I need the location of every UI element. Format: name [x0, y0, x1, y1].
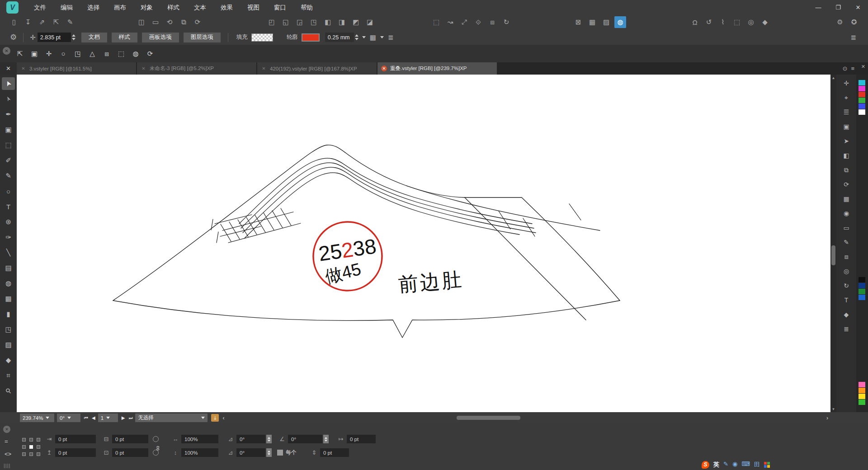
ellipse-tool[interactable]: ○ — [2, 185, 15, 197]
menu-item[interactable]: 选择 — [80, 0, 107, 15]
bounding-box-icon[interactable]: ⬚ — [115, 48, 127, 60]
rotate-right-icon[interactable]: ⟳ — [192, 16, 203, 28]
resize-grip[interactable]: |||| — [4, 463, 10, 468]
anchor-move-icon[interactable]: ✛ — [30, 33, 36, 42]
each-checkbox[interactable] — [277, 450, 283, 456]
zoom-tool[interactable]: ⚲ — [2, 385, 15, 397]
pointer-settings-icon[interactable]: ⚙ — [834, 16, 846, 28]
offset-y-field[interactable]: 0 pt — [320, 448, 349, 457]
gradient-bar-tool[interactable]: ▮ — [2, 308, 15, 320]
menu-item[interactable]: 效果 — [213, 0, 240, 15]
close-button[interactable]: ✕ — [848, 0, 868, 15]
pan-hand-icon[interactable]: ✪ — [848, 16, 860, 28]
link-transform-icon[interactable]: ⟐ — [472, 16, 484, 28]
menu-item[interactable]: 编辑 — [53, 0, 80, 15]
tool-options-close-icon[interactable]: ✕ — [3, 47, 10, 55]
swatch[interactable] — [859, 103, 865, 109]
brush-caret-icon[interactable] — [380, 36, 384, 38]
crop-shape-icon[interactable]: ◨ — [336, 16, 348, 28]
place-icon[interactable]: ✎ — [64, 16, 76, 28]
blob-select-icon[interactable]: ◍ — [130, 48, 142, 60]
rotate-copy-icon[interactable]: ↻ — [500, 16, 512, 28]
text-panel-icon[interactable]: T — [840, 294, 853, 306]
x-position-field[interactable]: 0 pt — [55, 435, 96, 443]
layers-panel-icon[interactable]: ⧉ — [840, 164, 853, 176]
shape-builder-tool[interactable]: ◳ — [2, 323, 15, 336]
vscroll-thumb[interactable] — [831, 245, 835, 265]
target-icon[interactable]: ◎ — [745, 16, 757, 28]
skew-y-spinner[interactable] — [266, 448, 272, 457]
group-align-icon[interactable]: ⧈ — [486, 16, 498, 28]
tab-close-icon[interactable]: ✕ — [381, 66, 387, 71]
ime-mic-icon[interactable]: ◉ — [732, 461, 737, 469]
table-tool[interactable]: ▦ — [2, 292, 15, 305]
curve-icon[interactable]: ↝ — [444, 16, 456, 28]
link-panel-icon[interactable]: ⧈ — [840, 251, 853, 263]
slice-tool[interactable]: ╲ — [2, 246, 15, 259]
mini-checker-icon[interactable]: ▦ — [370, 33, 376, 42]
anchor-point-selector[interactable] — [20, 436, 42, 458]
stroke-width-caret-icon[interactable] — [362, 36, 366, 38]
swatch[interactable] — [859, 277, 865, 282]
strip-close-icon[interactable]: ✕ — [861, 64, 865, 70]
flip-page-icon[interactable]: ◫ — [136, 16, 147, 28]
align-toggle-icon[interactable]: = — [5, 438, 8, 445]
stroke-pt-field[interactable]: 2.835 pt — [38, 33, 71, 42]
duplicate-page-icon[interactable]: ⧉ — [178, 16, 189, 28]
swatch[interactable] — [859, 289, 865, 294]
scroll-right-icon[interactable]: › — [826, 415, 828, 421]
export-document-icon[interactable]: ⇗ — [36, 16, 48, 28]
menu-item[interactable]: 窗口 — [267, 0, 293, 15]
ime-grid-icon[interactable]: 田 — [754, 461, 760, 469]
extract-shape-icon[interactable]: ⧈ — [101, 48, 113, 60]
tab-close-icon[interactable]: ✕ — [141, 66, 146, 71]
skew-x-field[interactable]: 0° — [236, 435, 265, 443]
merge-icon[interactable]: ◧ — [322, 16, 334, 28]
last-page-button[interactable]: ⏭ — [128, 415, 132, 421]
new-document-icon[interactable]: ▯ — [8, 16, 20, 28]
snap-magnet-icon[interactable]: Ω — [689, 16, 701, 28]
navigator-icon[interactable]: ✛ — [840, 77, 853, 89]
horizontal-scrollbar[interactable] — [231, 416, 821, 420]
swatch[interactable] — [859, 382, 865, 387]
swatch[interactable] — [859, 86, 865, 91]
dock-target-icon[interactable]: ⊙ — [843, 65, 848, 72]
zoom-select[interactable]: 239.74% — [20, 414, 54, 422]
canvas[interactable]: 25238 做45 前边肚 — [17, 75, 830, 412]
panel-toggle-icon[interactable]: ≣ — [850, 33, 856, 42]
stroke-lines-icon[interactable]: ≣ — [388, 33, 394, 42]
skew-x-spinner[interactable] — [266, 435, 272, 443]
pen-tool[interactable]: ✎ — [2, 169, 15, 182]
swatch[interactable] — [859, 109, 865, 115]
swatch[interactable] — [859, 98, 865, 103]
height-field[interactable]: 0 pt — [112, 448, 148, 457]
ime-skin-grid-icon[interactable] — [764, 462, 770, 468]
width-field[interactable]: 0 pt — [112, 435, 148, 443]
hatch-tool[interactable]: ▨ — [2, 338, 15, 351]
minimize-button[interactable]: — — [808, 0, 828, 15]
rotate-left-icon[interactable]: ⟲ — [164, 16, 175, 28]
scroll-up-icon[interactable]: ▲ — [832, 75, 835, 81]
tab-3-vstyler[interactable]: ✕ 3.vstyler [RGB] [@161.5%] — [17, 62, 136, 75]
options-lines-icon[interactable]: ☰ — [840, 106, 853, 118]
rotate-field[interactable]: 0° — [288, 435, 322, 443]
menu-item[interactable]: 文本 — [187, 0, 213, 15]
precision-icon[interactable]: ⌖ — [840, 92, 853, 103]
frame-icon[interactable]: ⬚ — [430, 16, 442, 28]
sogou-logo-icon[interactable]: S — [702, 461, 709, 469]
share-icon[interactable]: ⇱ — [50, 16, 62, 28]
rotate-snap-icon[interactable]: ↺ — [703, 16, 715, 28]
marquee-refresh-icon[interactable]: ⟳ — [144, 48, 156, 60]
stroke-pt-spinner[interactable] — [71, 33, 77, 42]
radio-circle[interactable] — [153, 450, 159, 456]
scale-y-field[interactable]: 100% — [181, 448, 218, 457]
subtract-icon[interactable]: ◱ — [280, 16, 292, 28]
tab-420-192-vstyler[interactable]: ✕ 420(192).vstyler [RGB] [@167.8%]XP — [257, 62, 377, 75]
sphere-pen-tool[interactable]: ⊛ — [2, 216, 15, 228]
menu-item[interactable]: 视图 — [240, 0, 267, 15]
scroll-left-icon[interactable]: ‹ — [222, 415, 224, 421]
scale-icon[interactable]: ⤢ — [458, 16, 470, 28]
cursor-panel-icon[interactable]: ➤ — [840, 135, 853, 147]
magnet-dashed-icon[interactable]: ⌇ — [717, 16, 729, 28]
menu-item[interactable]: 样式 — [160, 0, 187, 15]
